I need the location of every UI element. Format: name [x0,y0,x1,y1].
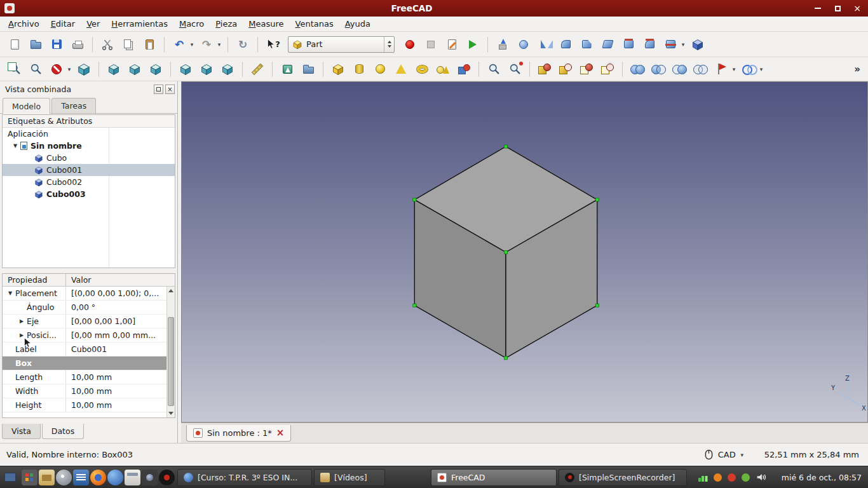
create-group-button[interactable] [299,60,318,78]
split-tools-button[interactable] [712,60,731,78]
scrollbar-thumb[interactable] [168,317,174,406]
part-extrude-button[interactable] [493,36,512,53]
whats-this-button[interactable]: ? [263,36,282,53]
menu-macro[interactable]: Macro [173,17,210,30]
prop-row-posicion[interactable]: ▶Posici... [0,00 mm 0,00 mm... [3,329,175,342]
prop-group-box[interactable]: Box [3,356,175,370]
tray-red-icon[interactable] [728,473,736,482]
launcher-menu-icon[interactable] [22,470,37,485]
macro-execute-button[interactable] [463,36,482,53]
create-part-button[interactable] [278,60,297,78]
nav-style-selector[interactable]: CAD [718,450,736,459]
prop-value[interactable]: [0,00 0,00 1,00] [66,315,175,328]
prop-row-angulo[interactable]: Ángulo 0,00 ° [3,301,175,315]
tab-tareas[interactable]: Tareas [51,98,96,113]
3d-viewport[interactable]: Z Y X [181,81,868,423]
copy-button[interactable] [119,36,138,53]
menu-measure[interactable]: Measure [243,17,289,30]
tree-item-cubo001[interactable]: Cubo001 [3,164,175,176]
prop-value[interactable]: 10,00 mm [66,398,175,412]
tab-datos[interactable]: Datos [42,424,84,439]
taskbar-window-videos[interactable]: [Vídeos] [314,469,385,486]
launcher-screenshot-icon[interactable] [142,470,158,485]
workbench-spinner[interactable] [384,37,394,52]
scroll-down-icon[interactable] [167,409,175,417]
zoom-button[interactable] [26,60,45,78]
volume-icon[interactable] [756,471,767,483]
part-join-cutout-button[interactable] [670,60,689,78]
tree-item-cubo003[interactable]: Cubo003 [3,188,175,200]
view-bottom-button[interactable] [197,60,216,78]
part-primitives-button[interactable] [433,60,452,78]
macro-record-button[interactable] [400,36,419,53]
menu-ver[interactable]: Ver [81,17,105,30]
launcher-recorder-icon[interactable] [159,470,175,485]
part-sweep-button[interactable] [640,36,659,53]
prop-row-label[interactable]: Label Cubo001 [3,342,175,356]
part-split-xor-button[interactable] [691,60,710,78]
menu-herramientas[interactable]: Herramientas [105,17,173,30]
boolean-intersection-button[interactable] [598,60,617,78]
menu-archivo[interactable]: Archivo [3,17,45,30]
draw-style-button[interactable] [47,60,66,78]
part-join-connect-button[interactable] [628,60,647,78]
menu-pieza[interactable]: Pieza [210,17,243,30]
tray-orange-icon[interactable] [714,473,722,482]
axonometric-view-button[interactable] [74,60,93,78]
tree-doc-sin-nombre[interactable]: ▼ Sin nombre [3,140,175,152]
shape-builder-button[interactable] [454,60,473,78]
prop-value[interactable]: 0,00 ° [66,301,175,314]
boolean-union-button[interactable] [577,60,596,78]
menu-ayuda[interactable]: Ayuda [339,17,376,30]
nav-style-dropdown[interactable]: ▾ [739,452,745,458]
taskbar-window-ssr[interactable]: [SimpleScreenRecorder] [559,469,687,486]
close-button[interactable]: × [848,2,866,15]
view-right-button[interactable] [146,60,165,78]
link-actions-dropdown[interactable]: ▾ [758,66,764,72]
taskbar-window-curso[interactable]: [Curso: T.P.R. 3º ESO IN... [177,469,312,486]
tree-item-cubo002[interactable]: Cubo002 [3,176,175,188]
prop-row-length[interactable]: Length 10,00 mm [3,370,175,384]
part-compound-button[interactable] [688,36,707,53]
part-ruled-surface-button[interactable] [598,36,617,53]
launcher-firefox-icon[interactable] [90,470,106,485]
workbench-selector[interactable]: Part [288,36,395,53]
part-revolve-button[interactable] [514,36,533,53]
prop-value[interactable]: Cubo001 [66,342,175,356]
part-torus-button[interactable] [412,60,431,78]
panel-close-button[interactable]: × [165,85,175,94]
launcher-files-icon[interactable] [39,470,55,485]
toolbar-overflow-button[interactable]: » [848,60,867,78]
expander-open-icon[interactable]: ▼ [11,143,19,149]
prop-value[interactable]: 10,00 mm [66,370,175,384]
menu-ventanas[interactable]: Ventanas [290,17,339,30]
redo-button[interactable]: ↷ [197,36,216,53]
tree-root-aplicacion[interactable]: Aplicación [3,128,175,140]
view-rear-button[interactable] [176,60,195,78]
taskbar-clock[interactable]: mié 6 de oct., 08:57 [782,473,862,482]
macro-stop-button[interactable] [421,36,440,53]
taskbar-window-freecad[interactable]: FreeCAD [431,469,557,486]
prop-row-width[interactable]: Width 10,00 mm [3,384,175,398]
show-desktop-icon[interactable] [4,473,16,482]
view-front-button[interactable] [104,60,123,78]
redo-dropdown[interactable]: ▾ [216,41,222,48]
part-join-embed-button[interactable] [649,60,668,78]
paste-button[interactable] [140,36,159,53]
document-tab[interactable]: Sin nombre : 1* × [186,425,291,442]
prop-value[interactable]: 10,00 mm [66,384,175,398]
scroll-up-icon[interactable] [167,287,175,295]
tree-item-cubo[interactable]: Cubo [3,152,175,164]
measure-button[interactable] [248,60,267,78]
launcher-writer-icon[interactable] [73,470,89,485]
boolean-cut-button[interactable] [556,60,575,78]
section-dropdown[interactable]: ▾ [680,41,686,48]
part-box-button[interactable] [329,60,348,78]
cut-button[interactable] [98,36,117,53]
launcher-browser-icon[interactable] [107,470,123,485]
print-button[interactable] [68,36,87,53]
system-monitor-icon[interactable] [698,473,708,482]
document-close-icon[interactable]: × [276,427,285,438]
part-loft-button[interactable] [619,36,638,53]
prop-row-eje[interactable]: ▶Eje [0,00 0,00 1,00] [3,315,175,329]
